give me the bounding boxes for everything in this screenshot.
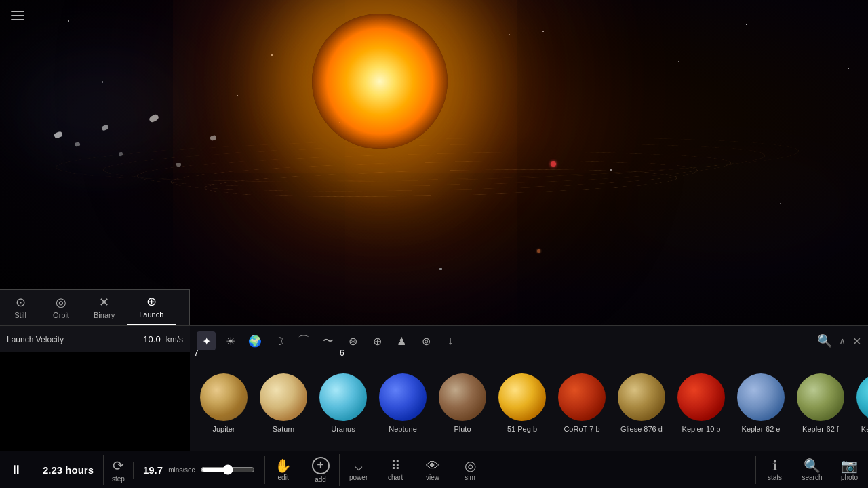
speed-slider[interactable] — [201, 464, 255, 475]
badge-6: 6 — [336, 347, 349, 359]
chart-button[interactable]: ⠿ chart — [377, 456, 414, 484]
planet-label-pluto: Pluto — [454, 425, 471, 433]
edit-icon: ✋ — [275, 459, 292, 472]
filter-star[interactable]: ☀ — [221, 331, 240, 350]
launch-icon: ⊕ — [146, 296, 157, 308]
stats-icon: ℹ — [772, 459, 778, 472]
planet-strip: JupiterSaturnUranusNeptunePluto51 Peg bC… — [190, 356, 868, 451]
planet-label-51pegb: 51 Peg b — [507, 425, 537, 433]
tab-binary-label: Binary — [94, 311, 115, 319]
filter-people[interactable]: ♟ — [392, 331, 411, 350]
search-icon: 🔍 — [804, 459, 821, 472]
planet-label-jupiter: Jupiter — [212, 425, 235, 433]
stats-label: stats — [768, 474, 782, 481]
filter-collapse-button[interactable]: ∧ — [839, 336, 846, 346]
speed-section: 19.7 mins/sec — [133, 462, 264, 479]
tab-orbit[interactable]: ◎ Orbit — [41, 290, 81, 325]
planet-item-neptune[interactable]: Neptune — [376, 373, 430, 433]
still-icon: ⊙ — [16, 296, 26, 308]
orbit-icon: ◎ — [56, 296, 66, 308]
chart-label: chart — [388, 474, 403, 481]
planet-item-kepler10b[interactable]: Kepler-10 b — [674, 373, 728, 433]
mode-tabs: ⊙ Still ◎ Orbit ✕ Binary ⊕ Launch — [0, 289, 190, 325]
planet-ball-kepler10b — [677, 373, 725, 421]
tab-still[interactable]: ⊙ Still — [0, 290, 41, 325]
power-button[interactable]: ⌵ power — [340, 456, 377, 484]
photo-label: photo — [841, 474, 858, 481]
planet-ball-neptune — [379, 373, 427, 421]
bottom-toolbar: ⏸ 2.23 hours ⟳ step 19.7 mins/sec ✋ edit… — [0, 451, 868, 488]
chart-icon: ⠿ — [391, 459, 401, 472]
filter-spiral[interactable]: ⊕ — [368, 331, 387, 350]
view-button[interactable]: 👁 view — [414, 456, 452, 484]
add-circle-icon: + — [312, 457, 330, 474]
toolbar-right: ℹ stats 🔍 search 📷 photo — [755, 456, 868, 484]
planet-ball-gliese876d — [618, 373, 665, 421]
step-label: step — [112, 475, 125, 483]
filter-crescent[interactable]: ☽ — [270, 331, 289, 350]
planet-item-pluto[interactable]: Pluto — [435, 373, 490, 433]
sim-icon: ◎ — [465, 459, 476, 472]
launch-velocity-unit: km/s — [166, 335, 183, 344]
edit-label: edit — [278, 474, 289, 481]
planet-item-corot7b[interactable]: CoRoT-7 b — [555, 373, 609, 433]
hamburger-menu[interactable] — [7, 7, 28, 24]
badge-7: 7 — [190, 347, 203, 359]
tab-binary[interactable]: ✕ Binary — [81, 290, 127, 325]
filter-close-button[interactable]: ✕ — [852, 335, 861, 348]
launch-velocity-input[interactable] — [123, 334, 161, 344]
photo-button[interactable]: 📷 photo — [831, 456, 868, 484]
tab-orbit-label: Orbit — [53, 311, 69, 319]
filter-gas-giant[interactable]: 🌍 — [245, 331, 264, 350]
power-icon: ⌵ — [355, 459, 363, 472]
search-button[interactable]: 🔍 search — [793, 456, 831, 484]
planet-ball-pluto — [439, 373, 486, 421]
planet-label-kepler10b: Kepler-10 b — [682, 425, 721, 433]
planet-ball-saturn — [260, 373, 307, 421]
filter-ring[interactable]: ⊚ — [416, 331, 435, 350]
planet-label-uranus: Uranus — [331, 425, 355, 433]
filter-toolbar: ✦ ☀ 🌍 ☽ ⌒ 〜 ⊛ ⊕ ♟ ⊚ ↓ 🔍 ∧ ✕ — [190, 325, 868, 356]
planet-item-gliese876d[interactable]: Gliese 876 d — [614, 373, 669, 433]
tab-launch[interactable]: ⊕ Launch — [127, 290, 176, 325]
time-display: 2.23 hours — [33, 462, 103, 479]
planet-ball-jupiter — [200, 373, 248, 421]
planet-ball-51pegb — [498, 373, 546, 421]
planet-ball-uranus — [319, 373, 367, 421]
add-label: add — [315, 476, 326, 483]
stats-button[interactable]: ℹ stats — [756, 456, 793, 484]
step-button[interactable]: ⟳ step — [103, 455, 133, 485]
planet-label-neptune: Neptune — [389, 425, 417, 433]
binary-icon: ✕ — [99, 296, 109, 308]
planet-ball-kepler62e — [737, 373, 785, 421]
space-background — [0, 0, 868, 325]
tab-launch-label: Launch — [139, 310, 163, 319]
planet-item-kepler62f[interactable]: Kepler-62 f — [793, 373, 848, 433]
tab-still-label: Still — [14, 311, 26, 319]
filter-ocean[interactable]: 〜 — [319, 331, 338, 350]
time-value: 2.23 hours — [43, 464, 94, 476]
planet-item-uranus[interactable]: Uranus — [316, 373, 370, 433]
planet-label-kepler62e: Kepler-62 e — [742, 425, 781, 433]
filter-down[interactable]: ↓ — [441, 331, 460, 350]
planet-label-gliese876d: Gliese 876 d — [620, 425, 663, 433]
search-label: search — [802, 474, 822, 481]
planet-item-saturn[interactable]: Saturn — [256, 373, 311, 433]
power-label: power — [349, 474, 368, 481]
planet-label-corot7b: CoRoT-7 b — [564, 425, 599, 433]
planet-item-jupiter[interactable]: Jupiter — [197, 373, 251, 433]
pause-button[interactable]: ⏸ — [0, 460, 33, 481]
filter-search-icon[interactable]: 🔍 — [817, 333, 832, 348]
speed-value: 19.7 — [143, 464, 163, 476]
launch-velocity-label: Launch Velocity — [7, 335, 64, 344]
planet-item-51pegb[interactable]: 51 Peg b — [495, 373, 549, 433]
launch-velocity-row: Launch Velocity km/s — [0, 325, 190, 352]
filter-rocky[interactable]: ⌒ — [294, 331, 313, 350]
edit-button[interactable]: ✋ edit — [264, 456, 302, 484]
view-label: view — [426, 474, 439, 481]
planet-item-kepler69c[interactable]: Kepler-69 c — [853, 373, 868, 433]
add-button[interactable]: + add — [302, 454, 340, 486]
planet-item-kepler62e[interactable]: Kepler-62 e — [734, 373, 788, 433]
planet-ball-corot7b — [558, 373, 606, 421]
sim-button[interactable]: ◎ sim — [452, 456, 489, 484]
